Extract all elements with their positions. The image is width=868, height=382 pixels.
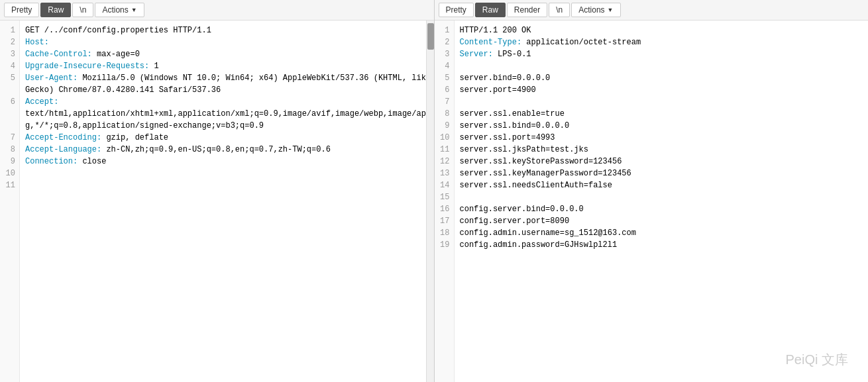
left-tab-raw[interactable]: Raw [40,3,71,17]
right-code-content[interactable]: HTTP/1.1 200 OKContent-Type: application… [455,21,869,382]
right-tab-newline[interactable]: \n [549,3,570,17]
left-code-content[interactable]: GET /../conf/config.properties HTTP/1.1H… [20,21,426,382]
right-tab-render[interactable]: Render [507,3,547,17]
chevron-down-icon: ▼ [131,7,137,13]
right-tab-pretty[interactable]: Pretty [439,3,474,17]
left-toolbar: Pretty Raw \n Actions ▼ [0,0,434,21]
left-actions-button[interactable]: Actions ▼ [95,3,144,17]
right-toolbar: Pretty Raw Render \n Actions ▼ [435,0,869,21]
left-line-numbers: 1 2 3 4 5 6 7 8 9 10 11 [0,21,20,382]
right-tab-raw[interactable]: Raw [475,3,506,17]
left-scrollbar[interactable] [426,21,434,382]
right-actions-button[interactable]: Actions ▼ [571,3,620,17]
right-panel: Pretty Raw Render \n Actions ▼ 1 2 3 4 5… [435,0,869,382]
chevron-down-icon: ▼ [608,7,614,13]
left-scrollbar-thumb[interactable] [427,23,434,50]
left-tab-pretty[interactable]: Pretty [4,3,39,17]
right-content-area: 1 2 3 4 5 6 7 8 9 10 11 12 13 14 15 16 1… [435,21,869,382]
left-content-area: 1 2 3 4 5 6 7 8 9 10 11 GET /../conf/con… [0,21,434,382]
left-tab-newline[interactable]: \n [72,3,93,17]
left-panel: Pretty Raw \n Actions ▼ 1 2 3 4 5 6 7 8 [0,0,435,382]
right-line-numbers: 1 2 3 4 5 6 7 8 9 10 11 12 13 14 15 16 1… [435,21,455,382]
